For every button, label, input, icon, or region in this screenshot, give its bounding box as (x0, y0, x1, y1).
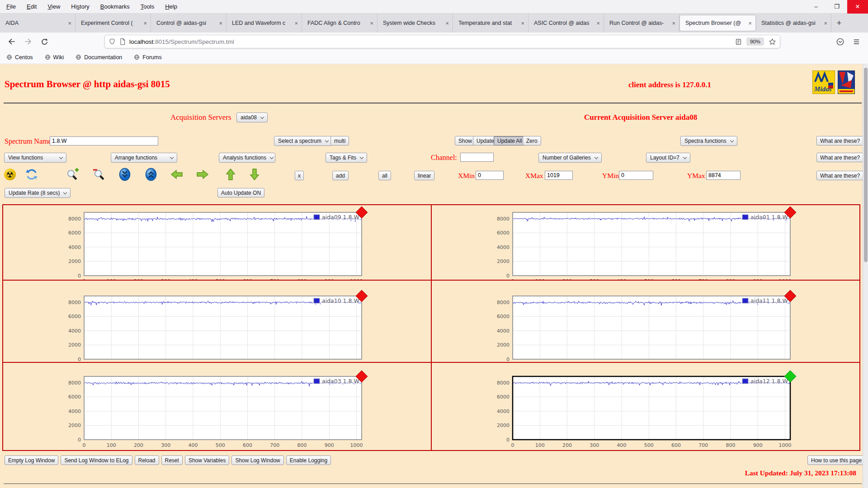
browser-tab[interactable]: Experiment Control ( × (75, 14, 151, 33)
spectrum-plot-cell[interactable]: 0100200300400500600700800900100002000400… (432, 205, 859, 280)
linear-button[interactable]: linear (414, 171, 434, 180)
acquisition-server-select[interactable]: aida08 (236, 113, 268, 122)
tab-close-icon[interactable]: × (672, 20, 675, 27)
app-menu-button[interactable] (849, 34, 863, 49)
tab-close-icon[interactable]: × (445, 20, 449, 27)
menu-history[interactable]: History (71, 3, 89, 10)
arrow-up-icon[interactable] (223, 167, 238, 182)
browser-tab[interactable]: Spectrum Browser (@ × (680, 15, 755, 31)
footer-button-show-variables[interactable]: Show Variables (185, 455, 230, 465)
update-rate-dropdown[interactable]: Update Rate (8 secs) (5, 188, 71, 198)
xmin-input[interactable] (476, 171, 504, 180)
browser-tab[interactable]: Temperature and stat × (453, 14, 528, 33)
reload-button[interactable] (37, 34, 52, 49)
spectrum-plot-cell[interactable]: 0100200300400500600700800900100002000400… (3, 205, 431, 280)
scroll-up-icon[interactable] (144, 167, 158, 182)
footer-button-send-log-window-to-elog[interactable]: Send Log Window to ELog (61, 455, 132, 465)
what-are-these-button-3[interactable]: What are these? (816, 171, 863, 180)
forward-button[interactable] (21, 34, 35, 49)
all-button[interactable]: all (378, 171, 391, 180)
tab-close-icon[interactable]: × (824, 20, 827, 27)
tab-close-icon[interactable]: × (294, 20, 298, 27)
analysis-functions-dropdown[interactable]: Analysis functions (219, 153, 275, 163)
footer-button-show-log-window[interactable]: Show Log Window (231, 455, 283, 465)
tab-close-icon[interactable]: × (748, 20, 752, 27)
browser-tab[interactable]: Run Control @ aidas- × (604, 14, 679, 33)
tab-close-icon[interactable]: × (596, 20, 600, 27)
spectrum-plot-cell[interactable]: 0100200300400500600700800900100002000400… (3, 363, 431, 450)
layout-id-dropdown[interactable]: Layout ID=7 (646, 153, 690, 163)
url-bar[interactable]: localhost:8015/Spectrum/Spectrum.tml 90% (104, 35, 780, 48)
tab-close-icon[interactable]: × (68, 20, 71, 27)
spectra-functions-dropdown[interactable]: Spectra functions (680, 136, 737, 146)
tab-close-icon[interactable]: × (521, 20, 524, 27)
view-functions-dropdown[interactable]: View functions (4, 153, 66, 163)
browser-tab[interactable]: Control @ aidas-gsi × (151, 14, 226, 33)
how-to-use-button[interactable]: How to use this page (807, 455, 865, 465)
browser-tab[interactable]: FADC Align & Contro × (302, 14, 377, 33)
bookmark-centos[interactable]: Centos (6, 54, 33, 61)
add-button[interactable]: add (332, 171, 349, 180)
zoom-out-icon[interactable] (92, 167, 106, 182)
multi-button[interactable]: multi (330, 136, 349, 145)
ymax-input[interactable] (706, 171, 741, 180)
browser-tab[interactable]: Statistics @ aidas-gsi × (756, 14, 831, 33)
browser-tab[interactable]: LED and Waveform c × (226, 14, 302, 33)
arrow-right-icon[interactable] (195, 167, 210, 182)
menu-bookmarks[interactable]: Bookmarks (100, 3, 130, 10)
arrow-left-icon[interactable] (170, 167, 184, 182)
arrow-down-icon[interactable] (247, 167, 262, 182)
scroll-down-icon[interactable] (118, 167, 132, 182)
tab-close-icon[interactable]: × (219, 20, 222, 27)
spectrum-plot-cell[interactable]: 0100200300400500600700800900100002000400… (3, 281, 431, 362)
spectrum-plot-cell[interactable]: 0100200300400500600700800900100002000400… (432, 363, 859, 450)
footer-button-empty-log-window[interactable]: Empty Log Window (5, 455, 58, 465)
menu-tools[interactable]: Tools (141, 3, 154, 10)
spectrum-plot-cell[interactable]: 0100200300400500600700800900100002000400… (432, 281, 859, 362)
window-maximize-button[interactable]: ❐ (826, 0, 847, 14)
new-tab-button[interactable]: + (831, 14, 847, 33)
zoom-in-icon[interactable] (66, 167, 80, 182)
menu-file[interactable]: File (6, 3, 16, 10)
select-spectrum-dropdown[interactable]: Select a spectrum (274, 136, 332, 146)
scrollbar[interactable] (863, 64, 868, 488)
browser-tab[interactable]: System wide Checks × (377, 14, 453, 33)
browser-tab[interactable]: AIDA × (0, 14, 75, 33)
browser-tab[interactable]: ASIC Control @ aidas × (528, 14, 604, 33)
footer-button-reload[interactable]: Reload (135, 455, 159, 465)
reader-mode-icon[interactable] (735, 38, 742, 45)
zoom-level-badge[interactable]: 90% (746, 38, 764, 46)
menu-edit[interactable]: Edit (27, 3, 37, 10)
svg-text:700: 700 (270, 278, 279, 280)
pocket-button[interactable] (833, 34, 847, 49)
window-minimize-button[interactable]: – (806, 0, 826, 14)
spectrum-name-input[interactable] (50, 136, 158, 145)
tab-close-icon[interactable]: × (370, 20, 373, 27)
bookmark-documentation[interactable]: Documentation (75, 54, 122, 61)
menu-view[interactable]: View (47, 3, 60, 10)
back-button[interactable] (5, 34, 19, 49)
footer-button-enable-logging[interactable]: Enable Logging (286, 455, 331, 465)
arrange-functions-dropdown[interactable]: Arrange functions (111, 153, 177, 163)
refresh-icon[interactable] (24, 167, 39, 182)
radioactive-icon[interactable]: ☢ (3, 167, 17, 182)
what-are-these-button-2[interactable]: What are these? (816, 153, 863, 162)
zero-button[interactable]: Zero (523, 136, 541, 145)
window-close-button[interactable]: ✕ (847, 0, 868, 14)
auto-update-button[interactable]: Auto Update ON (217, 188, 264, 197)
what-are-these-button-1[interactable]: What are these? (816, 136, 863, 145)
ymin-input[interactable] (619, 171, 653, 180)
bookmark-forums[interactable]: Forums (134, 54, 161, 61)
channel-input[interactable] (460, 153, 494, 162)
update-all-button[interactable]: Update All (494, 136, 526, 145)
xmax-input[interactable] (545, 171, 573, 180)
x-scale-button[interactable]: x (295, 171, 304, 180)
tab-close-icon[interactable]: × (143, 20, 147, 27)
number-of-galleries-dropdown[interactable]: Number of Galleries (538, 153, 602, 163)
tags-fits-dropdown[interactable]: Tags & Fits (326, 153, 367, 163)
footer-button-reset[interactable]: Reset (161, 455, 183, 465)
scrollbar-thumb[interactable] (864, 68, 868, 262)
bookmark-star-icon[interactable] (769, 38, 776, 46)
bookmark-wiki[interactable]: Wiki (45, 54, 64, 61)
menu-help[interactable]: Help (165, 3, 177, 10)
